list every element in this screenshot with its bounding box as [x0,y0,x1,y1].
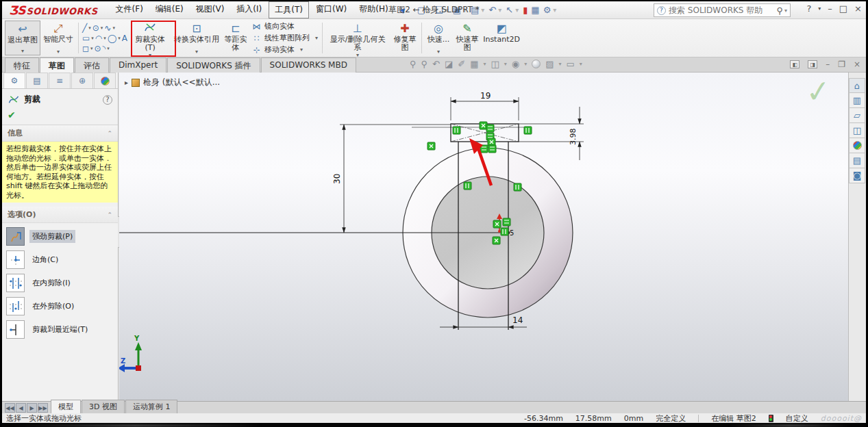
property-help-icon[interactable]: ? [103,95,112,105]
apply-scene-icon[interactable]: ▨ [545,59,554,69]
mirror-entities-button[interactable]: ⋈ 镜向实体 [251,21,318,31]
options-section-header[interactable]: 选项(O) ⌃ [2,207,118,223]
pin-menu-icon[interactable]: ➤ [397,4,408,16]
circle-tool-icon[interactable]: ⊙ [92,23,99,33]
tab-motion-study[interactable]: 运动算例 1 [125,400,178,413]
slot-tool-icon[interactable]: ◻ [82,44,89,53]
tab-addins[interactable]: SOLIDWORKS 插件 [167,57,260,73]
tab-scroll-first-icon[interactable]: ◀◀ [5,403,15,413]
ellipse-tool-icon[interactable]: ◯ [108,34,116,43]
tab-evaluate[interactable]: 评估 [75,57,109,73]
linear-pattern-caret-icon[interactable]: ▾ [315,35,318,41]
featuremanager-tab-icon[interactable]: ▤ [26,73,48,88]
tab-scroll-prev-icon[interactable]: ◀ [16,403,26,413]
expand-arrow-icon[interactable]: ▸ [125,79,128,86]
menu-tools[interactable]: 工具(T) [269,1,309,18]
home-icon[interactable]: ⌂ [849,78,865,93]
tab-scroll-last-icon[interactable]: ▶▶ [38,403,48,413]
configurationmanager-tab-icon[interactable]: ≡ [49,73,71,88]
rapid-sketch-button[interactable]: ✎ 快速草图 [453,21,482,55]
right-pane-toggle-icon[interactable]: ◨ [808,60,817,68]
design-library-icon[interactable]: ▥ [849,93,865,108]
minimize-button[interactable]: – [828,3,832,14]
displaymanager-tab-icon[interactable] [94,73,116,88]
view-palette-icon[interactable]: ◫ [849,123,865,138]
offset-entities-button[interactable]: ⊏ 等距实体 [222,21,249,55]
zoom-area-icon[interactable]: ⚲ [421,59,428,69]
message-section-header[interactable]: 信息 ⌃ [2,125,118,142]
convert-entities-button[interactable]: ⊡ 转换实体引用 ▾ [171,21,222,55]
maximize-button[interactable]: □ [839,3,847,14]
option-trim-to-closest[interactable]: 剪裁到最近端(T) [6,320,118,339]
arc-tool-icon[interactable]: ◠ [95,34,102,43]
fillet-tool-icon[interactable]: ◝ [103,44,106,53]
menu-view[interactable]: 视图(V) [190,1,230,18]
graphics-area[interactable]: ▸ 枪身 (默认<<默认... ✓ [119,73,848,401]
menu-help[interactable]: 帮助(H) [354,1,393,18]
repair-sketch-button[interactable]: ✚ 修复草图 [390,21,419,55]
forum-chat-icon[interactable]: ◙ [849,168,865,183]
doc-close-button[interactable]: × [854,60,860,69]
trim-entities-button[interactable]: 剪裁实体(T) ▾ [129,21,171,55]
convert-entities-caret-icon[interactable]: ▾ [195,49,198,55]
instant2d-button[interactable]: ◩ Instant2D [482,21,521,55]
zoom-fit-icon[interactable]: ⚲ [410,59,417,69]
select-icon[interactable]: ↖ [504,4,514,16]
undo-icon[interactable]: ↶ [487,4,497,16]
tab-features[interactable]: 特征 [5,57,39,73]
view-orientation-icon[interactable]: ▦ [470,59,478,69]
option-power-trim[interactable]: 强劲剪裁(P) [6,227,118,246]
tab-scroll-next-icon[interactable]: ▶ [27,403,37,413]
move-entities-caret-icon[interactable]: ▾ [300,47,303,53]
rectangle-tool-icon[interactable]: ▭ [82,34,90,43]
propertymanager-tab-icon[interactable]: ⚙ [3,73,25,88]
doc-restore-button[interactable]: ❐ [838,60,845,69]
line-tool-icon[interactable]: ╱ [82,23,87,33]
option-trim-away-inside[interactable]: 在内剪除(I) [6,274,118,292]
help-caret-icon[interactable]: ▾ [818,5,821,12]
display-state[interactable]: 自定义 [786,413,808,424]
print-icon[interactable]: ▤ [469,4,480,16]
left-pane-toggle-icon[interactable]: ◧ [790,60,799,68]
option-trim-away-outside[interactable]: 在外剪除(O) [6,297,118,315]
section-view-icon[interactable]: ◪ [445,59,453,69]
smart-dimension-button[interactable]: ⤢ 智能尺寸 ▾ [40,21,76,55]
menu-window[interactable]: 窗口(W) [310,1,352,18]
view-settings-icon[interactable]: ▭ [566,59,574,69]
menu-edit[interactable]: 编辑(E) [150,1,189,18]
close-button[interactable]: × [854,3,862,14]
hide-show-items-icon[interactable]: ◉ [512,59,519,69]
previous-view-icon[interactable]: ↶ [432,59,440,69]
rebuild-icon[interactable]: ▮ [521,4,529,16]
sketch-view-icon[interactable]: ✐ [458,59,465,69]
ok-check-button[interactable]: ✔ [2,108,118,125]
edit-appearance-icon[interactable] [532,60,541,68]
open-file-icon[interactable]: ❏ [434,4,445,16]
tab-sketch[interactable]: 草图 [40,57,74,73]
exit-sketch-button[interactable]: ↩ 退出草图 ▾ [5,21,40,55]
option-corner[interactable]: 边角(C) [6,250,118,269]
help-search-box[interactable]: ? 搜索 SOLIDWORKS 帮助 ⚲ ▾ [654,3,791,17]
exit-sketch-caret-icon[interactable]: ▾ [21,48,24,54]
point-tool-icon[interactable]: ⊙ [94,44,101,53]
search-icon[interactable]: ⚲ [776,5,783,16]
spline-tool-icon[interactable]: ∿ [104,23,111,33]
file-explorer-folder-icon[interactable]: ▱ [849,108,865,123]
menu-file[interactable]: 文件(F) [110,1,149,18]
options-list-icon[interactable]: ▦ [530,4,541,16]
search-caret-icon[interactable]: ▾ [784,8,787,14]
appearances-icon[interactable] [849,138,865,153]
settings-gear-icon[interactable]: ⚙ [542,4,553,16]
doc-minimize-button[interactable]: – [826,60,830,69]
custom-properties-icon[interactable]: ▤ [849,153,865,168]
quick-snaps-button[interactable]: ◎ 快速... ▾ [424,21,453,55]
save-icon[interactable]: ▣ [451,4,462,16]
smart-dimension-caret-icon[interactable]: ▾ [57,49,60,55]
move-entities-button[interactable]: ⊹ 移动实体 ▾ [251,44,318,55]
tab-model[interactable]: 模型 [51,400,81,413]
menu-insert[interactable]: 插入(I) [231,1,267,18]
linear-pattern-button[interactable]: ∷ 线性草图阵列 ▾ [251,33,318,43]
tab-mbd[interactable]: SOLIDWORKS MBD [261,57,356,73]
help-button[interactable]: ? [806,3,811,14]
text-tool-icon[interactable]: A [122,34,127,43]
